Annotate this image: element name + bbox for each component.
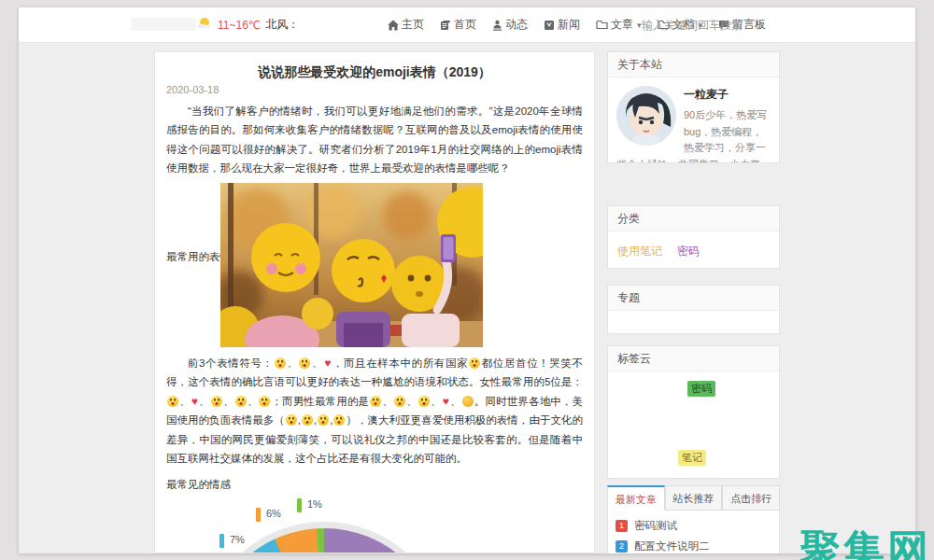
article-card: 说说那些最受欢迎的emoji表情（2019） 2020-03-18 “当我们了解… xyxy=(154,51,595,553)
tab-latest-articles[interactable]: 最新文章 xyxy=(607,485,665,511)
temperature-text: 11~16℃ xyxy=(218,19,261,32)
tab-click-ranking[interactable]: 点击排行 xyxy=(722,485,780,511)
search-input[interactable] xyxy=(640,14,784,36)
nav-item-feed[interactable]: 动态 xyxy=(492,17,528,33)
nav-item-articles[interactable]: 文章 ▾ xyxy=(596,17,642,33)
tag-link[interactable]: 密码 xyxy=(687,381,715,397)
categories-widget: 分类 使用笔记 密码 xyxy=(607,205,780,269)
list-item[interactable]: 1 密码测试 xyxy=(616,515,771,536)
widget-title: 分类 xyxy=(608,206,779,231)
nav-item-frontpage[interactable]: 首页 xyxy=(440,17,476,33)
emoji-joy-icon xyxy=(302,414,313,426)
emoji-heart-icon: ♥ xyxy=(443,395,449,408)
emoji-smirk-icon xyxy=(318,414,329,426)
emoji-pleading-icon xyxy=(333,414,345,426)
chart-heading: 最常见的情感 xyxy=(166,478,583,492)
about-widget: 关于本站 一粒麦子 90后少年，热爱写bug，热爱编程，热爱学习，分享一些个人经… xyxy=(607,51,780,163)
emoji-joy-icon xyxy=(370,396,381,407)
emoji-sob-icon xyxy=(286,414,297,426)
emoji-sob-icon xyxy=(299,357,310,369)
tab-recommended[interactable]: 站长推荐 xyxy=(665,485,723,511)
pages-icon xyxy=(440,20,451,31)
widget-title: 关于本站 xyxy=(608,52,779,77)
article-date: 2020-03-18 xyxy=(166,84,583,95)
person-icon xyxy=(492,20,502,31)
rank-badge: 1 xyxy=(616,520,628,532)
article-tabs-widget: 最新文章 站长推荐 点击排行 1 密码测试 2 配置文件说明二 3 配置文件说明 xyxy=(607,485,780,553)
category-link[interactable]: 使用笔记 xyxy=(617,244,662,259)
site-logo xyxy=(131,18,196,31)
page-container: 11~16℃ 北风： 主页 首页 动态 新闻 文章 ▾ xyxy=(19,7,915,553)
tagcloud-widget: 标签云 密码 笔记 xyxy=(607,345,780,479)
site-watermark: 聚集网 xyxy=(800,523,931,560)
widget-title: 专题 xyxy=(608,286,779,311)
weather-widget: 11~16℃ 北风： xyxy=(196,7,299,42)
nav-item-home[interactable]: 主页 xyxy=(388,17,424,33)
category-link[interactable]: 密码 xyxy=(677,244,700,259)
emoji-sob-icon xyxy=(211,396,222,407)
top-navbar: 11~16℃ 北风： 主页 首页 动态 新闻 文章 ▾ xyxy=(19,7,915,43)
home-icon xyxy=(388,20,399,31)
tag-link[interactable]: 笔记 xyxy=(678,450,706,466)
emoji-joy-icon xyxy=(167,396,178,407)
emoji-rofl-icon xyxy=(394,396,405,407)
chart-callout: 6% xyxy=(256,508,281,522)
avatar xyxy=(616,86,676,146)
page-title: 说说那些最受欢迎的emoji表情（2019） xyxy=(166,64,583,81)
folder-icon xyxy=(596,20,608,30)
chart-callout: 7% xyxy=(219,534,245,548)
article-paragraph: “当我们了解客户的情绪时，我们可以更好地满足他们的需求。”这是2020年全球情感… xyxy=(166,102,583,178)
emoji-thumbs-up-icon xyxy=(462,396,474,407)
emoji-heart-eyes-icon xyxy=(235,396,247,407)
emoji-joy-icon xyxy=(275,357,286,369)
emoji-heart-icon: ♥ xyxy=(191,395,198,408)
emoji-rofl-icon xyxy=(259,396,270,407)
topics-widget: 专题 xyxy=(607,285,780,334)
chart-callout: 1% xyxy=(297,498,322,512)
emoji-joy-icon xyxy=(469,357,480,369)
emoji-people-photo xyxy=(220,183,483,347)
news-icon xyxy=(544,20,555,31)
wind-text: 北风： xyxy=(265,17,299,33)
article-paragraph-emojis: 前3个表情符号：、、♥，而且在样本中的所有国家都位居首位！哭笑不得，这个表情的确… xyxy=(166,354,583,469)
emoji-heart-icon: ♥ xyxy=(324,357,332,370)
list-item[interactable]: 2 配置文件说明二 xyxy=(616,536,771,553)
sun-icon xyxy=(196,16,213,35)
article-figure: 最常用的表情 xyxy=(166,183,583,347)
emoji-sob-icon xyxy=(418,396,430,407)
nav-item-news[interactable]: 新闻 xyxy=(544,17,580,33)
widget-title: 标签云 xyxy=(608,346,779,371)
emotion-donut-chart: 1% 6% 7% 11% Joy Sadnes xyxy=(155,496,594,553)
rank-badge: 2 xyxy=(616,540,628,553)
